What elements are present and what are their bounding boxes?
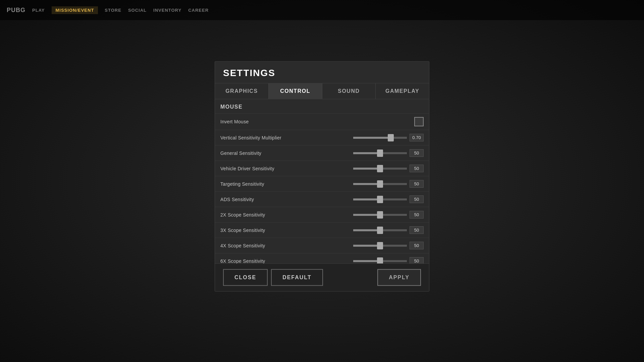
vertical-sensitivity-value: 0.70 [410,134,424,141]
vertical-sensitivity-track[interactable] [353,136,407,138]
vehicle-driver-sensitivity-track[interactable] [353,167,407,169]
ads-sensitivity-label: ADS Sensitivity [220,196,328,202]
4x-scope-sensitivity-thumb[interactable] [377,242,383,249]
nav-career: CAREER [188,8,209,13]
top-navigation: PUBG PLAY MISSION/EVENT STORE SOCIAL INV… [0,0,644,20]
tab-gameplay[interactable]: GAMEPLAY [376,83,429,99]
nav-inventory: INVENTORY [153,8,181,13]
ads-sensitivity-control: 50 [328,195,424,203]
modal-footer: CLOSE DEFAULT APPLY [215,263,429,291]
tab-control[interactable]: CONTROL [269,83,322,99]
vertical-sensitivity-thumb[interactable] [388,134,394,141]
invert-mouse-label: Invert Mouse [220,119,328,124]
general-sensitivity-value: 50 [410,149,424,157]
2x-scope-sensitivity-slider-container: 50 [353,211,424,219]
4x-scope-sensitivity-value: 50 [410,242,424,249]
2x-scope-sensitivity-value: 50 [410,211,424,219]
setting-2x-scope-sensitivity: 2X Scope Sensitivity 50 [215,207,429,222]
settings-content: MOUSE Invert Mouse Vertical Sensitivity … [215,99,429,263]
2x-scope-sensitivity-thumb[interactable] [377,211,383,218]
3x-scope-sensitivity-track[interactable] [353,229,407,231]
6x-scope-sensitivity-control: 50 [328,257,424,263]
nav-event: MISSION/EVENT [52,6,98,14]
targeting-sensitivity-control: 50 [328,180,424,188]
2x-scope-sensitivity-fill [353,214,380,216]
vertical-sensitivity-fill [353,136,391,138]
setting-3x-scope-sensitivity: 3X Scope Sensitivity 50 [215,222,429,238]
nav-social: SOCIAL [128,8,147,13]
3x-scope-sensitivity-thumb[interactable] [377,226,383,234]
vehicle-driver-sensitivity-value: 50 [410,165,424,172]
vertical-sensitivity-slider-container: 0.70 [353,134,424,141]
4x-scope-sensitivity-slider-container: 50 [353,242,424,249]
4x-scope-sensitivity-track[interactable] [353,244,407,246]
ads-sensitivity-slider-container: 50 [353,195,424,203]
invert-mouse-checkbox[interactable] [414,117,424,126]
6x-scope-sensitivity-slider-container: 50 [353,257,424,263]
vertical-sensitivity-control: 0.70 [328,134,424,141]
general-sensitivity-fill [353,152,380,154]
general-sensitivity-slider-container: 50 [353,149,424,157]
nav-store: STORE [105,8,121,13]
4x-scope-sensitivity-control: 50 [328,242,424,249]
setting-vehicle-driver-sensitivity: Vehicle Driver Sensitivity 50 [215,161,429,176]
targeting-sensitivity-value: 50 [410,180,424,188]
targeting-sensitivity-slider-container: 50 [353,180,424,188]
3x-scope-sensitivity-value: 50 [410,226,424,234]
targeting-sensitivity-track[interactable] [353,183,407,185]
modal-title: SETTINGS [215,62,429,83]
vehicle-driver-sensitivity-label: Vehicle Driver Sensitivity [220,166,328,171]
3x-scope-sensitivity-control: 50 [328,226,424,234]
3x-scope-sensitivity-fill [353,229,380,231]
targeting-sensitivity-fill [353,183,380,185]
4x-scope-sensitivity-label: 4X Scope Sensitivity [220,243,328,248]
vehicle-driver-sensitivity-slider-container: 50 [353,165,424,172]
section-mouse-header: MOUSE [215,99,429,113]
ads-sensitivity-track[interactable] [353,198,407,200]
ads-sensitivity-thumb[interactable] [377,195,383,203]
setting-vertical-sensitivity: Vertical Sensitivity Multiplier 0.70 [215,130,429,145]
ads-sensitivity-fill [353,198,380,200]
nav-play: PLAY [32,8,45,13]
default-button[interactable]: DEFAULT [271,269,323,286]
setting-6x-scope-sensitivity: 6X Scope Sensitivity 50 [215,253,429,263]
tab-sound[interactable]: SOUND [322,83,376,99]
settings-modal: SETTINGS GRAPHICS CONTROL SOUND GAMEPLAY… [215,61,429,292]
3x-scope-sensitivity-slider-container: 50 [353,226,424,234]
6x-scope-sensitivity-value: 50 [410,257,424,263]
vehicle-driver-sensitivity-control: 50 [328,165,424,172]
modal-container: SETTINGS GRAPHICS CONTROL SOUND GAMEPLAY… [215,61,429,292]
vehicle-driver-sensitivity-fill [353,167,380,169]
vehicle-driver-sensitivity-thumb[interactable] [377,165,383,172]
2x-scope-sensitivity-track[interactable] [353,214,407,216]
targeting-sensitivity-label: Targeting Sensitivity [220,181,328,186]
general-sensitivity-control: 50 [328,149,424,157]
6x-scope-sensitivity-thumb[interactable] [377,257,383,263]
tab-graphics[interactable]: GRAPHICS [215,83,269,99]
setting-4x-scope-sensitivity: 4X Scope Sensitivity 50 [215,238,429,253]
setting-targeting-sensitivity: Targeting Sensitivity 50 [215,176,429,191]
general-sensitivity-track[interactable] [353,152,407,154]
close-button[interactable]: CLOSE [223,269,268,286]
nav-logo: PUBG [7,7,25,14]
general-sensitivity-label: General Sensitivity [220,150,328,156]
3x-scope-sensitivity-label: 3X Scope Sensitivity [220,227,328,233]
settings-tabs: GRAPHICS CONTROL SOUND GAMEPLAY [215,83,429,99]
setting-invert-mouse: Invert Mouse [215,113,429,130]
6x-scope-sensitivity-label: 6X Scope Sensitivity [220,258,328,263]
apply-button[interactable]: APPLY [377,269,421,286]
ads-sensitivity-value: 50 [410,195,424,203]
6x-scope-sensitivity-track[interactable] [353,260,407,262]
invert-mouse-control [328,117,424,126]
vertical-sensitivity-label: Vertical Sensitivity Multiplier [220,135,328,140]
targeting-sensitivity-thumb[interactable] [377,180,383,187]
4x-scope-sensitivity-fill [353,244,380,246]
footer-left-buttons: CLOSE DEFAULT [223,269,323,286]
2x-scope-sensitivity-label: 2X Scope Sensitivity [220,212,328,217]
setting-general-sensitivity: General Sensitivity 50 [215,145,429,161]
2x-scope-sensitivity-control: 50 [328,211,424,219]
setting-ads-sensitivity: ADS Sensitivity 50 [215,191,429,207]
6x-scope-sensitivity-fill [353,260,380,262]
general-sensitivity-thumb[interactable] [377,149,383,157]
